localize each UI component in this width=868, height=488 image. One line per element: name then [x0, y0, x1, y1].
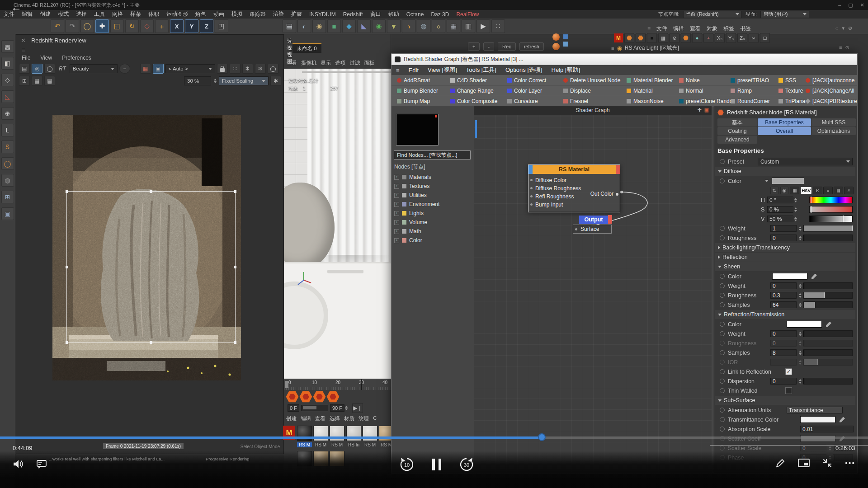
anim-dot-icon[interactable] — [720, 283, 725, 288]
out-port-dot[interactable] — [616, 193, 618, 196]
seekbar-handle[interactable] — [538, 433, 546, 441]
viewport-menu-过滤[interactable]: 过滤 — [350, 60, 360, 66]
black-material-icon[interactable]: ■ — [647, 33, 657, 43]
gradient-slider-s[interactable] — [809, 206, 853, 213]
color-swatch[interactable] — [800, 416, 835, 423]
node-shortcut-color-correct[interactable]: Color Correct — [507, 77, 563, 84]
y0-icon[interactable]: Y₀ — [726, 33, 736, 43]
slider-track[interactable] — [803, 235, 853, 241]
timeline-handle[interactable] — [285, 381, 288, 388]
material-manager-logo[interactable]: M — [614, 33, 623, 42]
anim-dot-icon[interactable] — [720, 331, 725, 336]
coord-system-icon[interactable]: + — [155, 19, 169, 33]
deformer-icon[interactable]: ◣ — [357, 19, 371, 33]
slider-cursor[interactable] — [804, 378, 804, 384]
field-icon[interactable]: ◑ — [402, 19, 415, 33]
snapshot-list-icon[interactable]: ▤ — [19, 64, 30, 74]
rs-material-icon[interactable] — [286, 390, 299, 403]
anim-dot-icon[interactable] — [720, 178, 725, 183]
app-menu-扩展[interactable]: 扩展 — [288, 10, 306, 18]
rs-material-icon[interactable] — [326, 390, 340, 403]
expand-icon[interactable]: + — [394, 211, 399, 216]
anim-dot-icon[interactable] — [720, 293, 725, 298]
pause-button[interactable] — [428, 455, 446, 474]
subtitles-icon[interactable] — [36, 459, 47, 469]
value-field[interactable]: 0 — [770, 235, 797, 241]
ruler-icon[interactable]: L — [1, 124, 14, 136]
light-icon[interactable]: ○ — [432, 19, 445, 33]
scroll-indicator[interactable] — [475, 120, 477, 138]
color-mode-k[interactable]: K — [813, 187, 822, 194]
value-stepper[interactable] — [798, 340, 802, 347]
color-swatch[interactable] — [772, 178, 804, 184]
renderview-menu-file[interactable]: File — [22, 55, 30, 61]
node-space-select[interactable]: 当前 (Redshift) — [683, 11, 742, 18]
zoom-value-box[interactable]: 30 % — [184, 76, 211, 85]
anim-dot-icon[interactable] — [720, 408, 725, 413]
sg-menu-options-选项[interactable]: Options [选项] — [505, 66, 542, 74]
node-shortcut-bump-blender[interactable]: Bump Blender — [397, 88, 450, 94]
pass-select[interactable]: Beauty — [70, 64, 118, 73]
header-button-item[interactable]: + — [468, 42, 480, 51]
anim-dot-icon[interactable] — [720, 350, 725, 355]
node-shortcut-ramp[interactable]: Ramp — [731, 88, 778, 94]
value-stepper[interactable] — [798, 349, 802, 356]
app-menu-redshift[interactable]: Redshift — [340, 11, 367, 18]
value-stepper[interactable] — [798, 235, 802, 241]
node-shortcut-triplanar[interactable]: TriPlanar — [778, 98, 806, 104]
selection-handle[interactable] — [234, 341, 236, 344]
channel-value[interactable]: 0 % — [767, 206, 793, 213]
app-menu-渲染[interactable]: 渲染 — [269, 10, 288, 18]
value-stepper[interactable] — [828, 445, 832, 451]
category-math[interactable]: +Math — [394, 227, 472, 236]
shader-graph-titlebar[interactable]: Redshift Shader Graph [着色器] RS Material … — [392, 54, 857, 65]
material-hex-icon[interactable] — [636, 33, 646, 43]
node-shortcut-roundcorner[interactable]: RoundCorner — [731, 98, 778, 104]
slider-cursor[interactable] — [815, 302, 815, 308]
selection-handle[interactable] — [234, 190, 236, 193]
node-shortcut-jack-pbrtexture[interactable]: [JACK]PBRtexture — [806, 98, 857, 104]
tab-coating[interactable]: Coating — [717, 127, 757, 135]
sg-menu-view-视图[interactable]: View [视图] — [428, 66, 457, 74]
app-menu-角色[interactable]: 角色 — [192, 10, 210, 18]
category-utilities[interactable]: +Utilities — [394, 191, 472, 200]
slider-track[interactable] — [803, 282, 853, 289]
out-color-port[interactable]: Out Color — [590, 191, 613, 197]
frame-slider[interactable] — [301, 405, 328, 411]
pip-icon[interactable] — [798, 459, 810, 468]
app-menu-模拟[interactable]: 模拟 — [228, 10, 246, 18]
slider-cursor[interactable] — [804, 283, 804, 289]
renderview-menu-view[interactable]: View — [40, 55, 52, 61]
move-tool-icon[interactable]: ✚ — [95, 19, 109, 33]
material-menu-编辑[interactable]: 编辑 — [301, 415, 311, 422]
value-field[interactable] — [770, 359, 797, 366]
rotate-tool-icon[interactable]: ↻ — [125, 19, 139, 33]
zoom-stepper[interactable] — [213, 78, 217, 84]
app-menu-模式[interactable]: 模式 — [54, 10, 72, 18]
node-shortcut-texture[interactable]: Texture — [778, 88, 806, 94]
viewport-scene[interactable] — [284, 69, 391, 379]
material-hex-icon[interactable] — [624, 33, 634, 43]
node-shortcut-presetclone-randomize[interactable]: presetClone Randomize — [679, 98, 731, 104]
app-menu-realflow[interactable]: RealFlow — [453, 11, 482, 18]
file-icon[interactable]: ▤ — [32, 76, 42, 86]
settings-icon[interactable]: ∷ — [491, 19, 505, 33]
app-menu-创建[interactable]: 创建 — [36, 10, 54, 18]
rewind-10-button[interactable]: 10 — [398, 455, 416, 474]
interface-select[interactable]: 启动 (用户) — [760, 11, 809, 18]
simulate-icon[interactable]: ◍ — [417, 19, 430, 33]
slider-track[interactable] — [803, 349, 853, 356]
color-mode-item[interactable]: ▦ — [790, 187, 799, 194]
anim-dot-icon[interactable] — [720, 417, 725, 422]
section-back-lighting-translucency[interactable]: Back-lighting/Translucency — [715, 243, 855, 252]
value-field[interactable]: 0 — [770, 378, 797, 385]
anim-dot-icon[interactable] — [720, 427, 725, 432]
slider-track[interactable] — [803, 340, 853, 347]
node-shortcut-maxonnoise[interactable]: MaxonNoise — [627, 98, 679, 104]
value-stepper[interactable] — [798, 378, 802, 385]
section-sheen[interactable]: Sheen — [715, 262, 855, 271]
volume-icon[interactable]: ▼ — [387, 19, 401, 33]
value-field[interactable]: 0 — [770, 282, 797, 289]
color-tool-icon[interactable]: ⇅ — [770, 187, 778, 194]
material-menu-选择[interactable]: 选择 — [330, 415, 340, 422]
